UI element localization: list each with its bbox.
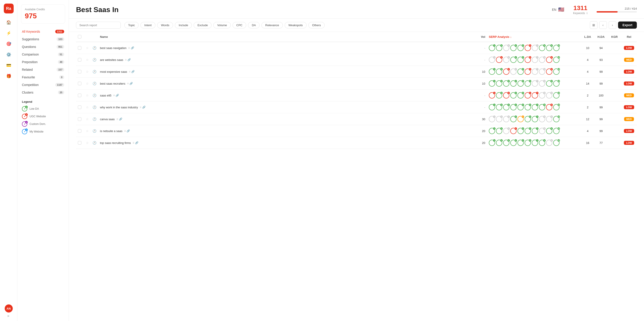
history-icon[interactable]: 🕐 — [92, 82, 96, 85]
row-checkbox[interactable] — [78, 117, 82, 121]
serp-pos-badge: 4 — [514, 44, 517, 47]
user-avatar[interactable]: AN — [5, 304, 13, 312]
list-icon[interactable]: ≡ — [124, 129, 126, 133]
serp-circle: 7 — [532, 69, 538, 75]
app-logo[interactable]: Ra — [4, 4, 14, 14]
row-checkbox[interactable] — [78, 58, 82, 62]
star-icon[interactable]: ☆ — [86, 58, 89, 62]
link-icon[interactable]: 🔗 — [128, 58, 131, 61]
star-icon[interactable]: ☆ — [86, 117, 89, 121]
keyword-name-text: saas eli5 — [100, 94, 111, 97]
keyword-action-icons: ≡ 🔗 — [132, 141, 138, 144]
sidebar-item-label: Suggestions — [22, 37, 39, 41]
flag-icon: 🇺🇸 — [558, 7, 564, 13]
list-icon[interactable]: ≡ — [132, 141, 134, 144]
filter-weakspots[interactable]: Weakspots — [285, 22, 306, 29]
sidebar-item-questions[interactable]: Questions 951 — [19, 43, 67, 50]
sidebar-item-all-keywords[interactable]: All Keywords 1311 — [19, 28, 67, 35]
history-icon[interactable]: 🕐 — [92, 58, 96, 62]
star-icon[interactable]: ☆ — [86, 94, 89, 97]
star-icon[interactable]: ☆ — [86, 82, 89, 85]
info-icon[interactable]: ℹ — [586, 12, 588, 15]
link-icon[interactable]: 🔗 — [131, 46, 134, 50]
serp-circle: 5 — [518, 80, 524, 87]
serp-pos-badge: 2 — [500, 115, 503, 118]
col-serp[interactable]: SERP Analysis ↓ — [487, 32, 581, 42]
history-icon[interactable]: 🕐 — [92, 141, 96, 145]
list-icon[interactable]: ≡ — [113, 94, 115, 97]
filter-relevance[interactable]: Relevance — [262, 22, 283, 29]
serp-circle: 7 — [532, 140, 538, 146]
link-icon[interactable]: 🔗 — [119, 118, 122, 121]
filter-words[interactable]: Words — [157, 22, 173, 29]
nav-card-icon[interactable]: 💳 — [4, 61, 13, 70]
filter-cpc[interactable]: CPC — [232, 22, 246, 29]
link-icon[interactable]: 🔗 — [116, 94, 119, 97]
sidebar-item-preposition[interactable]: Preposition 49 — [19, 59, 67, 66]
export-button[interactable]: Export — [618, 22, 637, 29]
sidebar-item-favourite[interactable]: Favourite 0 — [19, 74, 67, 81]
serp-circle: 7 — [532, 57, 538, 63]
prev-icon-btn[interactable]: ‹ — [599, 21, 607, 29]
filter-intent[interactable]: Intent — [140, 22, 156, 29]
row-checkbox[interactable] — [78, 105, 82, 109]
select-all-checkbox[interactable] — [78, 35, 82, 39]
search-input[interactable] — [76, 22, 121, 29]
nav-gift-icon[interactable]: 🎁 — [4, 72, 13, 81]
list-icon[interactable]: ≡ — [129, 70, 130, 73]
serp-circle: 8 — [539, 45, 545, 51]
filter-da[interactable]: DA — [248, 22, 260, 29]
link-icon[interactable]: 🔗 — [142, 106, 146, 109]
link-icon[interactable]: 🔗 — [130, 82, 133, 85]
copy-icon-btn[interactable]: ⊞ — [590, 21, 598, 29]
history-icon[interactable]: 🕐 — [92, 117, 96, 121]
table-container: Name Vol SERP Analysis ↓ L.DA H.DA KGR R… — [69, 32, 644, 321]
sidebar-item-competition[interactable]: Competition 1187 — [19, 81, 67, 88]
sidebar-item-clusters[interactable]: Clusters 25 — [19, 89, 67, 96]
star-icon[interactable]: ☆ — [86, 129, 89, 133]
serp-circle: 8 — [539, 104, 545, 110]
nav-expand-icon[interactable]: ▶ — [8, 314, 10, 317]
next-icon-btn[interactable]: › — [609, 21, 616, 29]
row-checkbox[interactable] — [78, 94, 82, 97]
star-icon[interactable]: ☆ — [86, 46, 89, 50]
list-icon[interactable]: ≡ — [128, 46, 130, 50]
nav-home-icon[interactable]: 🏠 — [4, 18, 13, 27]
nav-bolt-icon[interactable]: ⚡ — [4, 29, 13, 38]
nav-settings-icon[interactable]: ⚙️ — [4, 50, 13, 59]
row-hda-cell: 93 — [594, 54, 608, 66]
row-checkbox[interactable] — [78, 46, 82, 50]
filter-others[interactable]: Others — [308, 22, 325, 29]
link-icon[interactable]: 🔗 — [131, 70, 134, 73]
hda-value: 99 — [600, 118, 603, 121]
history-icon[interactable]: 🕐 — [92, 70, 96, 73]
link-icon[interactable]: 🔗 — [135, 141, 138, 144]
star-icon[interactable]: ☆ — [86, 70, 89, 73]
link-icon[interactable]: 🔗 — [126, 129, 130, 133]
history-icon[interactable]: 🕐 — [92, 94, 96, 97]
history-icon[interactable]: 🕐 — [92, 46, 96, 50]
row-checkbox[interactable] — [78, 70, 82, 73]
serp-circle: 4 — [510, 80, 516, 87]
star-icon[interactable]: ☆ — [86, 105, 89, 109]
star-icon[interactable]: ☆ — [86, 141, 89, 145]
filter-topic[interactable]: Topic — [124, 22, 139, 29]
filter-volume[interactable]: Volume — [213, 22, 230, 29]
sidebar-item-suggestions[interactable]: Suggestions 103 — [19, 36, 67, 43]
nav-target-icon[interactable]: 🎯 — [4, 39, 13, 48]
sidebar-item-related[interactable]: Related 157 — [19, 66, 67, 73]
row-checkbox[interactable] — [78, 82, 82, 85]
row-checkbox[interactable] — [78, 129, 82, 133]
list-icon[interactable]: ≡ — [116, 118, 118, 121]
list-icon[interactable]: ≡ — [140, 106, 141, 109]
history-icon[interactable]: 🕐 — [92, 129, 96, 133]
serp-pos-badge: 1 — [493, 139, 496, 142]
list-icon[interactable]: ≡ — [127, 82, 128, 85]
row-checkbox-cell — [76, 113, 84, 125]
filter-include[interactable]: Include — [175, 22, 192, 29]
row-checkbox[interactable] — [78, 141, 82, 145]
history-icon[interactable]: 🕐 — [92, 105, 96, 109]
list-icon[interactable]: ≡ — [125, 58, 126, 61]
sidebar-item-comparison[interactable]: Comparison 51 — [19, 51, 67, 58]
filter-exclude[interactable]: Exclude — [194, 22, 212, 29]
